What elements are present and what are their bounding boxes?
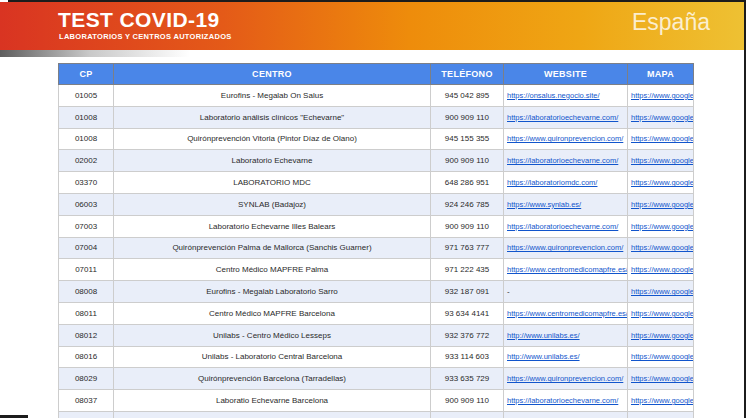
table-row: 08012 Unilabs - Centro Médico Lesseps 93… bbox=[59, 324, 694, 346]
mapa-cell: https://www.google.c bbox=[628, 150, 694, 172]
website-link[interactable]: https://www.quironprevencion.com/ bbox=[507, 374, 623, 383]
table-row: 01008 Laboratorio análisis clínicos "Ech… bbox=[59, 106, 694, 128]
mapa-cell: https://www.google.c bbox=[628, 346, 694, 368]
mapa-link[interactable]: https://www.google.c bbox=[631, 331, 694, 340]
mapa-link[interactable]: https://www.google.c bbox=[631, 134, 694, 143]
cp-cell: 03370 bbox=[59, 172, 114, 194]
website-cell: https://www.centromedicomapfre.es/cen bbox=[504, 302, 628, 324]
telefono-cell: 93 634 4141 bbox=[431, 302, 504, 324]
cp-cell: 01005 bbox=[59, 85, 114, 107]
website-cell: https://laboratorioechevarne.com/ bbox=[504, 390, 628, 412]
website-cell: https://laboratoriomdc.com/ bbox=[504, 172, 628, 194]
mapa-link[interactable]: https://www.google.c bbox=[631, 265, 694, 274]
telefono-cell: 945 155 355 bbox=[431, 128, 504, 150]
website-link[interactable]: https://www.quironprevencion.com/ bbox=[507, 134, 623, 143]
cp-cell: 08008 bbox=[59, 281, 114, 303]
region-label: España bbox=[632, 9, 710, 36]
mapa-link[interactable]: https://www.google.c bbox=[631, 374, 694, 383]
website-link[interactable]: http://www.unilabs.es/ bbox=[507, 352, 580, 361]
mapa-link[interactable]: https://www.google.c bbox=[631, 243, 694, 252]
cp-cell: 01008 bbox=[59, 128, 114, 150]
website-link[interactable]: https://www.quironprevencion.com/ bbox=[507, 243, 623, 252]
mapa-cell: https://www.google.c bbox=[628, 85, 694, 107]
mapa-cell: https://www.google.c bbox=[628, 368, 694, 390]
mapa-cell: https://www.google.c bbox=[628, 390, 694, 412]
telefono-cell: 900 909 110 bbox=[431, 215, 504, 237]
cp-cell bbox=[59, 411, 114, 418]
page-title: TEST COVID-19 bbox=[58, 8, 220, 32]
website-link[interactable]: https://laboratorioechevarne.com/ bbox=[507, 113, 618, 122]
cp-cell: 08012 bbox=[59, 324, 114, 346]
telefono-cell: 971 763 777 bbox=[431, 237, 504, 259]
website-link[interactable]: https://www.centromedicomapfre.es/cen bbox=[507, 265, 628, 274]
mapa-cell: https://www.google.c bbox=[628, 106, 694, 128]
table-row: 07011 Centro Médico MAPFRE Palma 971 222… bbox=[59, 259, 694, 281]
website-cell: https://www.quironprevencion.com/ bbox=[504, 237, 628, 259]
telefono-cell: 933 635 729 bbox=[431, 368, 504, 390]
telefono-cell: 932 376 772 bbox=[431, 324, 504, 346]
telefono-cell: 932 187 091 bbox=[431, 281, 504, 303]
centro-cell: SYNLAB (Badajoz) bbox=[114, 193, 431, 215]
mapa-cell: https://www.google.c bbox=[628, 259, 694, 281]
website-cell: - bbox=[504, 281, 628, 303]
website-cell: https://laboratorioechevarne.com/ bbox=[504, 106, 628, 128]
mapa-cell: https://www.google.c bbox=[628, 324, 694, 346]
website-cell bbox=[504, 411, 628, 418]
app-header: TEST COVID-19 LABORATORIOS Y CENTROS AUT… bbox=[0, 2, 744, 50]
table-row: 08029 Quirónprevención Barcelona (Tarrad… bbox=[59, 368, 694, 390]
website-link[interactable]: https://laboratoriomdc.com/ bbox=[507, 178, 597, 187]
website-link[interactable]: https://laboratorioechevarne.com/ bbox=[507, 222, 618, 231]
website-link[interactable]: http://www.unilabs.es/ bbox=[507, 331, 580, 340]
table-row: 02002 Laboratorio Echevarne 900 909 110 … bbox=[59, 150, 694, 172]
website-cell: http://www.unilabs.es/ bbox=[504, 346, 628, 368]
centro-cell: Quirónprevención Palma de Mallorca (Sanc… bbox=[114, 237, 431, 259]
mapa-link[interactable]: https://www.google.c bbox=[631, 91, 694, 100]
website-link[interactable]: https://laboratorioechevarne.com/ bbox=[507, 156, 618, 165]
telefono-cell: 900 909 110 bbox=[431, 390, 504, 412]
mapa-link[interactable]: https://www.google.c bbox=[631, 200, 694, 209]
telefono-cell: 945 042 895 bbox=[431, 85, 504, 107]
table-row: 08016 Unilabs - Laboratorio Central Barc… bbox=[59, 346, 694, 368]
cp-cell: 02002 bbox=[59, 150, 114, 172]
mapa-cell: https://www.google.c bbox=[628, 302, 694, 324]
right-border bbox=[744, 0, 746, 418]
website-link[interactable]: https://www.synlab.es/ bbox=[507, 200, 581, 209]
website-cell: https://laboratorioechevarne.com/ bbox=[504, 215, 628, 237]
website-cell: https://onsalus.negocio.site/ bbox=[504, 85, 628, 107]
telefono-cell: 924 246 785 bbox=[431, 193, 504, 215]
header-shadow bbox=[0, 50, 200, 57]
website-link[interactable]: https://onsalus.negocio.site/ bbox=[507, 91, 600, 100]
table-row: 01008 Quirónprevención Vitoria (Pintor D… bbox=[59, 128, 694, 150]
centro-cell: Laboratio Echevarne Barcelona bbox=[114, 390, 431, 412]
centro-cell: Quirónprevención Vitoria (Pintor Díaz de… bbox=[114, 128, 431, 150]
mapa-link[interactable]: https://www.google.c bbox=[631, 352, 694, 361]
col-header-cp: CP bbox=[59, 64, 114, 85]
page-subtitle: LABORATORIOS Y CENTROS AUTORIZADOS bbox=[59, 32, 232, 41]
col-header-telefono: TELÉFONO bbox=[431, 64, 504, 85]
mapa-link[interactable]: https://www.google.c bbox=[631, 156, 694, 165]
telefono-cell: 971 222 435 bbox=[431, 259, 504, 281]
website-link[interactable]: https://www.centromedicomapfre.es/cen bbox=[507, 309, 628, 318]
mapa-link[interactable]: https://www.google.c bbox=[631, 178, 694, 187]
cp-cell: 08016 bbox=[59, 346, 114, 368]
mapa-cell: https://www.google.c bbox=[628, 281, 694, 303]
centro-cell: Centro Médico MAPFRE Palma bbox=[114, 259, 431, 281]
mapa-link[interactable]: https://www.google.c bbox=[631, 113, 694, 122]
mapa-cell: https://www.google.c bbox=[628, 172, 694, 194]
centro-cell bbox=[114, 411, 431, 418]
labs-table: CP CENTRO TELÉFONO WEBSITE MAPA 01005 Eu… bbox=[58, 63, 694, 418]
cp-cell: 08011 bbox=[59, 302, 114, 324]
cp-cell: 08037 bbox=[59, 390, 114, 412]
cp-cell: 07011 bbox=[59, 259, 114, 281]
cp-cell: 07004 bbox=[59, 237, 114, 259]
telefono-cell: 900 909 110 bbox=[431, 106, 504, 128]
centro-cell: Quirónprevención Barcelona (Tarradellas) bbox=[114, 368, 431, 390]
mapa-cell: https://www.google.c bbox=[628, 215, 694, 237]
cp-cell: 01008 bbox=[59, 106, 114, 128]
website-link[interactable]: https://laboratorioechevarne.com/ bbox=[507, 396, 618, 405]
table-row bbox=[59, 411, 694, 418]
mapa-link[interactable]: https://www.google.c bbox=[631, 396, 694, 405]
mapa-link[interactable]: https://www.google.c bbox=[631, 309, 694, 318]
mapa-link[interactable]: https://www.google.c bbox=[631, 222, 694, 231]
mapa-link[interactable]: https://www.google.c bbox=[631, 287, 694, 296]
